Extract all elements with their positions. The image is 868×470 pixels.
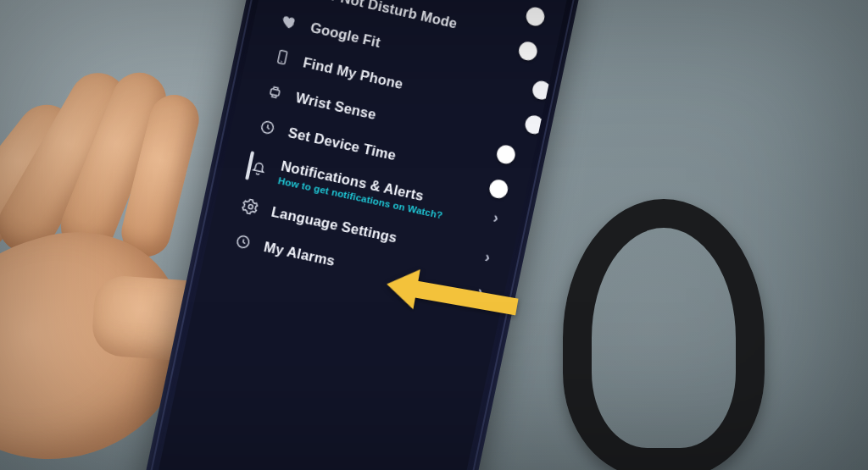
gear-icon bbox=[239, 196, 261, 218]
chevron-right-icon: › bbox=[492, 209, 505, 229]
bell-icon bbox=[248, 156, 270, 178]
phone-screen: Push Notifications Auto Heart Rate Monit… bbox=[153, 0, 576, 470]
watch-band-prop bbox=[529, 191, 766, 445]
wrist-icon bbox=[264, 81, 286, 104]
photo-scene: Push Notifications Auto Heart Rate Monit… bbox=[0, 0, 868, 470]
heart-fit-icon bbox=[279, 11, 301, 34]
clock-icon bbox=[232, 230, 254, 252]
phone-icon bbox=[271, 46, 293, 69]
chevron-right-icon: › bbox=[483, 248, 497, 268]
svg-point-4 bbox=[248, 204, 253, 209]
svg-point-1 bbox=[281, 60, 282, 62]
phone-frame: Push Notifications Auto Heart Rate Monit… bbox=[138, 0, 590, 470]
clock-icon bbox=[256, 116, 278, 138]
svg-rect-0 bbox=[278, 50, 287, 64]
